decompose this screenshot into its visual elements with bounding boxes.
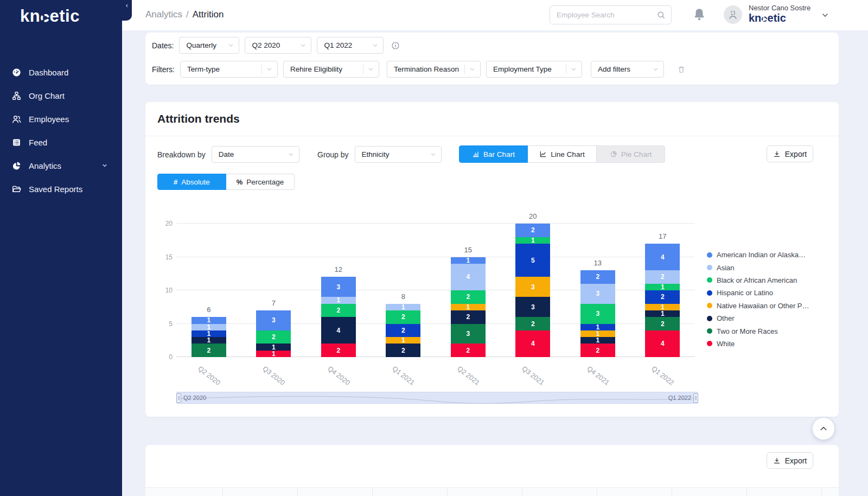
bar-segment[interactable]: 3: [580, 304, 615, 324]
bar-segment[interactable]: 2: [386, 310, 420, 324]
legend-item[interactable]: Asian: [707, 261, 809, 274]
bar-segment[interactable]: 1: [192, 330, 226, 337]
collapse-chevron-icon: ‹: [126, 0, 128, 11]
chart-plot: 211116Q2 202011237Q3 20202421312Q4 20202…: [176, 0, 695, 357]
bar-segment[interactable]: 2: [451, 290, 486, 304]
bar-segment[interactable]: 3: [321, 277, 356, 297]
breadcrumb-analytics[interactable]: Analytics: [145, 9, 182, 20]
legend-item[interactable]: Hispanic or Latino: [707, 287, 809, 299]
bar-segment[interactable]: 2: [256, 330, 291, 344]
bar-segment[interactable]: 3: [515, 277, 550, 297]
export-button-bottom[interactable]: Export: [767, 452, 813, 469]
folder-icon: [11, 184, 22, 194]
stacked-bar[interactable]: 21221: [386, 304, 420, 357]
bar-segment[interactable]: 4: [321, 317, 356, 344]
table-header-cell: [597, 488, 672, 496]
bar-segment[interactable]: 4: [645, 330, 680, 357]
bar-total-label: 17: [645, 232, 680, 240]
bar-segment[interactable]: 1: [192, 317, 226, 323]
stacked-bar[interactable]: 2111332: [580, 270, 615, 357]
bar-segment[interactable]: 1: [451, 257, 486, 264]
sidebar-item-label: Feed: [29, 138, 47, 147]
bar-segment[interactable]: 1: [256, 344, 291, 350]
bar-segment[interactable]: 2: [192, 344, 226, 357]
sidebar-item-saved-reports[interactable]: Saved Reports: [0, 177, 122, 201]
bar-segment[interactable]: 1: [451, 304, 486, 310]
bar-segment[interactable]: 3: [451, 324, 486, 344]
legend-item[interactable]: Black or African American: [707, 274, 809, 287]
bar-segment[interactable]: 5: [515, 244, 550, 277]
legend-item[interactable]: Native Hawaiian or Other P…: [707, 300, 809, 312]
bar-segment[interactable]: 2: [321, 344, 356, 357]
sidebar-item-feed[interactable]: Feed: [0, 131, 122, 154]
sidebar-item-dashboard[interactable]: Dashboard: [0, 61, 122, 84]
bar-segment[interactable]: 4: [645, 244, 680, 270]
sidebar-item-label: Dashboard: [29, 68, 68, 77]
bar-segment[interactable]: 1: [256, 351, 291, 357]
stacked-bar[interactable]: 2321241: [451, 257, 486, 357]
stacked-bar[interactable]: 1123: [256, 310, 291, 357]
sidebar-collapse-button[interactable]: ‹: [122, 0, 132, 21]
legend-item[interactable]: White: [707, 338, 809, 350]
sidebar-item-employees[interactable]: Employees: [0, 107, 122, 131]
bell-icon: [692, 7, 707, 22]
scroll-to-top-button[interactable]: [813, 418, 834, 440]
legend-item[interactable]: American Indian or Alaska…: [707, 249, 809, 261]
bar-segment[interactable]: 1: [321, 297, 356, 303]
bar-segment[interactable]: 1: [580, 324, 615, 330]
bar-segment[interactable]: 2: [580, 270, 615, 284]
bar-total-label: 20: [515, 212, 550, 220]
app: knetic Dashboard Org Chart Employees Fee…: [0, 0, 868, 496]
bar-segment[interactable]: 2: [515, 317, 550, 330]
feed-icon: [11, 137, 22, 148]
bar-segment[interactable]: 2: [515, 224, 550, 237]
navigator-left-handle[interactable]: [176, 393, 181, 403]
legend-item[interactable]: Two or More Races: [707, 325, 809, 337]
stacked-bar[interactable]: 42112124: [645, 244, 680, 357]
bar-segment[interactable]: 2: [645, 290, 680, 304]
y-axis-tick: 0: [169, 353, 173, 361]
sidebar-item-analytics[interactable]: Analytics: [0, 154, 122, 177]
bar-segment[interactable]: 3: [256, 310, 291, 330]
bar-segment[interactable]: 2: [645, 270, 680, 284]
bar-segment[interactable]: 2: [645, 317, 680, 330]
bar-segment[interactable]: 1: [386, 337, 420, 344]
bar-segment[interactable]: 2: [451, 344, 486, 357]
bar-segment[interactable]: 1: [645, 304, 680, 310]
bar-segment[interactable]: 3: [515, 297, 550, 317]
employee-search[interactable]: [550, 5, 672, 24]
export-button[interactable]: Export: [767, 145, 813, 162]
avatar[interactable]: [724, 5, 742, 24]
org-logo-post: etic: [768, 12, 786, 24]
bar-segment[interactable]: 1: [580, 337, 615, 344]
table-header-cell: [223, 488, 298, 496]
legend-item[interactable]: Other: [707, 312, 809, 325]
sidebar-item-label: Saved Reports: [29, 185, 82, 194]
bar-segment[interactable]: 4: [515, 330, 550, 357]
bar-segment[interactable]: 1: [515, 237, 550, 244]
bar-segment[interactable]: 2: [580, 344, 615, 357]
search-input[interactable]: [557, 11, 656, 19]
bar-segment[interactable]: 1: [580, 330, 615, 337]
stacked-bar[interactable]: 21111: [192, 317, 226, 357]
bar-segment[interactable]: 1: [192, 324, 226, 330]
bar-segment[interactable]: 1: [192, 337, 226, 344]
bar-segment[interactable]: 3: [580, 284, 615, 304]
notifications-button[interactable]: [692, 7, 707, 23]
bar-segment[interactable]: 4: [451, 264, 486, 290]
bar-segment[interactable]: 1: [645, 284, 680, 290]
user-menu[interactable]: Nestor Cano Sostre knetic: [749, 4, 810, 24]
user-menu-chevron[interactable]: [821, 11, 829, 20]
bar-segment[interactable]: 1: [386, 304, 420, 310]
bar-segment[interactable]: 2: [386, 344, 420, 357]
bar-segment[interactable]: 1: [645, 310, 680, 317]
bar-segment[interactable]: 2: [451, 310, 486, 324]
bar-total-label: 7: [256, 299, 291, 307]
stacked-bar[interactable]: 24213: [321, 277, 356, 357]
bar-segment[interactable]: 2: [321, 304, 356, 317]
bar-segment[interactable]: 2: [386, 324, 420, 338]
stacked-bar[interactable]: 4233512: [515, 224, 550, 357]
navigator-right-handle[interactable]: [693, 393, 698, 403]
sidebar-item-org-chart[interactable]: Org Chart: [0, 84, 122, 107]
range-navigator[interactable]: Q2 2020 Q1 2022: [176, 392, 698, 404]
